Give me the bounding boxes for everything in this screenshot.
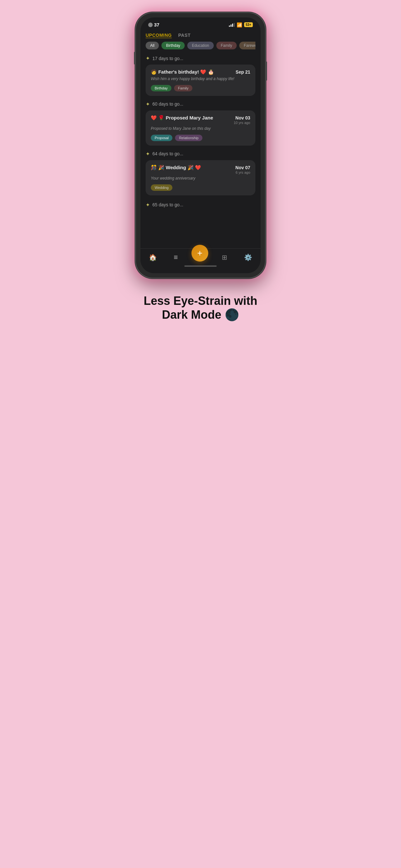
event-tags-1: Birthday Family [151, 85, 250, 91]
event-tags-3: Wedding [151, 184, 250, 191]
tab-past[interactable]: PAST [178, 33, 190, 38]
event-title-3: 🎊 🎉 Wedding 🎉 ❤️ [151, 165, 201, 170]
event-date-block-1: Sep 21 [236, 69, 250, 75]
caption-line1: Less Eye-Strain with [144, 294, 257, 308]
tab-bar: UPCOMING PAST [146, 30, 255, 42]
event-date-1: Sep 21 [236, 69, 250, 75]
signal-icon [229, 23, 235, 27]
event-date-2: Nov 03 [234, 115, 250, 121]
caption-line2: Dark Mode 🌑 [144, 308, 257, 321]
event-date-block-2: Nov 03 10 yrs ago [234, 115, 250, 125]
chip-family[interactable]: Family [216, 42, 237, 50]
tag-family-1[interactable]: Family [174, 85, 192, 91]
phone-screen: 37 📶 53+ UPCOMING [141, 18, 260, 273]
status-bar: 37 📶 53+ [141, 18, 260, 30]
home-indicator [184, 266, 217, 267]
sparkle-icon-1: ✦ [146, 55, 150, 61]
days-text-4: 65 days to go... [152, 202, 183, 207]
app-content: UPCOMING PAST All Birthday Education Fam… [141, 30, 260, 248]
events-scroll[interactable]: ✦ 17 days to go... 🧑 Father's birthday! … [146, 54, 255, 248]
wifi-icon: 📶 [237, 22, 242, 27]
sparkle-icon-4: ✦ [146, 202, 150, 208]
event-date-block-3: Nov 07 6 yrs ago [235, 165, 250, 175]
chip-education[interactable]: Education [187, 42, 213, 50]
nav-grid-icon[interactable]: ⊞ [219, 252, 230, 262]
event-card-1-header: 🧑 Father's birthday! ❤️ 🎂 Sep 21 [151, 69, 250, 75]
nav-settings-icon[interactable]: ⚙️ [241, 252, 255, 262]
fab-plus-icon: + [197, 248, 203, 258]
event-card-1[interactable]: 🧑 Father's birthday! ❤️ 🎂 Sep 21 Wish hi… [146, 65, 255, 96]
chip-all[interactable]: All [146, 42, 159, 50]
days-group-1: ✦ 17 days to go... [146, 55, 255, 61]
event-date-3: Nov 07 [235, 165, 250, 170]
days-group-4: ✦ 65 days to go... [146, 200, 255, 208]
days-group-2: ✦ 60 days to go... [146, 101, 255, 107]
event-card-2-header: ❤️ 🌹 Proposed Mary Jane Nov 03 10 yrs ag… [151, 115, 250, 125]
caption-section: Less Eye-Strain with Dark Mode 🌑 [137, 290, 264, 325]
sparkle-icon-3: ✦ [146, 151, 150, 157]
nav-list-icon[interactable]: ≡ [171, 252, 181, 263]
bottom-nav: 🏠 ≡ + ⊞ ⚙️ [141, 248, 260, 273]
tag-birthday-1[interactable]: Birthday [151, 85, 172, 91]
sparkle-icon-2: ✦ [146, 101, 150, 107]
event-card-3-header: 🎊 🎉 Wedding 🎉 ❤️ Nov 07 6 yrs ago [151, 165, 250, 175]
event-ago-3: 6 yrs ago [235, 170, 250, 175]
status-time: 37 [148, 22, 159, 27]
status-icons: 📶 53+ [229, 22, 253, 27]
chip-farewell[interactable]: Farewell [239, 42, 255, 50]
filter-chips: All Birthday Education Family Farewell F… [146, 42, 255, 54]
nav-fab-button[interactable]: + [191, 245, 208, 261]
event-desc-2: Proposed to Mary Jane on this day [151, 126, 250, 131]
event-title-1: 🧑 Father's birthday! ❤️ 🎂 [151, 69, 214, 75]
page-wrapper: 37 📶 53+ UPCOMING [126, 13, 275, 325]
time-display: 37 [154, 22, 159, 27]
tab-upcoming[interactable]: UPCOMING [146, 33, 172, 38]
chip-birthday[interactable]: Birthday [161, 42, 185, 50]
nav-items: 🏠 ≡ + ⊞ ⚙️ [141, 252, 260, 263]
tag-proposal-2[interactable]: Proposal [151, 135, 173, 141]
event-ago-2: 10 yrs ago [234, 121, 250, 125]
days-text-1: 17 days to go... [152, 56, 183, 61]
battery-badge: 53+ [244, 22, 253, 27]
tag-relationship-2[interactable]: Relationship [175, 135, 203, 141]
days-group-3: ✦ 64 days to go... [146, 151, 255, 157]
event-tags-2: Proposal Relationship [151, 135, 250, 141]
days-text-2: 60 days to go... [152, 101, 183, 106]
event-desc-3: Your wedding anniversary [151, 176, 250, 181]
event-card-3[interactable]: 🎊 🎉 Wedding 🎉 ❤️ Nov 07 6 yrs ago Your w… [146, 160, 255, 195]
event-title-2: ❤️ 🌹 Proposed Mary Jane [151, 115, 213, 121]
phone-frame: 37 📶 53+ UPCOMING [136, 13, 265, 278]
nav-home-icon[interactable]: 🏠 [146, 252, 160, 262]
days-text-3: 64 days to go... [152, 151, 183, 156]
event-desc-1: Wish him a very happy birthday and a hap… [151, 76, 250, 82]
event-card-2[interactable]: ❤️ 🌹 Proposed Mary Jane Nov 03 10 yrs ag… [146, 111, 255, 146]
tag-wedding-3[interactable]: Wedding [151, 184, 173, 191]
moon-icon [148, 23, 153, 27]
